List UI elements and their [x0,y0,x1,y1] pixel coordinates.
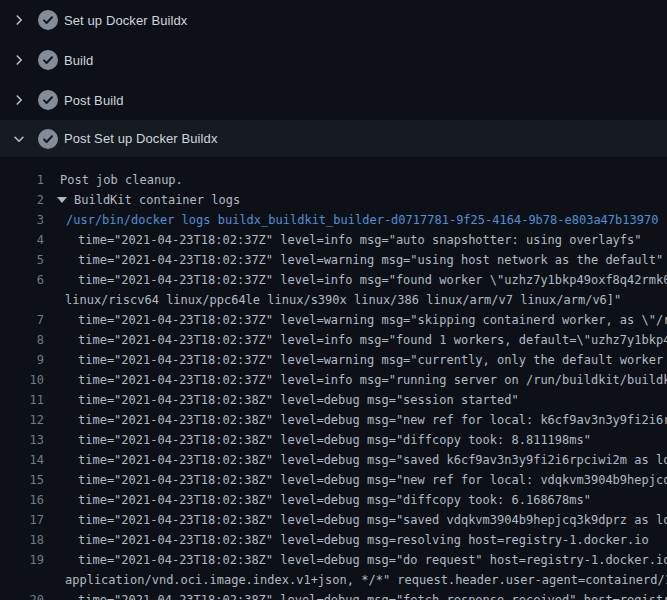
chevron-down-icon [12,132,26,146]
log-text: time="2021-04-23T18:02:38Z" level=debug … [78,550,667,570]
chevron-right-icon [12,53,26,67]
log-line: 1Post job cleanup. [0,170,667,190]
step-header-post-set-up-docker-buildx[interactable]: Post Set up Docker Buildx [0,120,667,157]
check-circle-icon [38,10,58,30]
log-line: 13time="2021-04-23T18:02:38Z" level=debu… [0,430,667,450]
log-area: 1Post job cleanup.2BuildKit container lo… [0,157,667,600]
line-number[interactable]: 7 [0,310,44,330]
steps-list: Set up Docker BuildxBuildPost BuildPost … [0,0,667,157]
log-line: 16time="2021-04-23T18:02:38Z" level=debu… [0,490,667,510]
line-number[interactable]: 2 [0,190,44,210]
log-line: 6time="2021-04-23T18:02:37Z" level=info … [0,270,667,290]
log-line: 20time="2021-04-23T18:02:38Z" level=debu… [0,590,667,600]
log-line: linux/riscv64 linux/ppc64le linux/s390x … [0,290,667,310]
log-line: application/vnd.oci.image.index.v1+json,… [0,570,667,590]
step-label: Set up Docker Buildx [64,14,187,27]
actions-log-viewer: Set up Docker BuildxBuildPost BuildPost … [0,0,667,600]
line-number[interactable]: 1 [0,170,44,190]
log-text: time="2021-04-23T18:02:38Z" level=debug … [78,450,667,470]
line-number[interactable]: 14 [0,450,44,470]
line-number [0,290,44,310]
log-text: application/vnd.oci.image.index.v1+json,… [65,570,667,590]
step-header-set-up-docker-buildx[interactable]: Set up Docker Buildx [0,0,667,40]
line-number[interactable]: 17 [0,510,44,530]
log-text: time="2021-04-23T18:02:38Z" level=debug … [78,510,667,530]
log-text: time="2021-04-23T18:02:38Z" level=debug … [78,590,667,600]
step-header-post-build[interactable]: Post Build [0,80,667,120]
step-label: Post Set up Docker Buildx [64,132,218,145]
check-circle-icon [38,90,58,110]
log-text: time="2021-04-23T18:02:38Z" level=debug … [78,530,649,550]
log-line: 10time="2021-04-23T18:02:37Z" level=info… [0,370,667,390]
log-line: 17time="2021-04-23T18:02:38Z" level=debu… [0,510,667,530]
chevron-right-icon [12,93,26,107]
line-number[interactable]: 16 [0,490,44,510]
line-number [0,570,44,590]
step-header-build[interactable]: Build [0,40,667,80]
check-circle-icon [38,50,58,70]
log-text: time="2021-04-23T18:02:37Z" level=warnin… [78,310,667,330]
step-label: Build [64,54,93,67]
line-number[interactable]: 4 [0,230,44,250]
line-number[interactable]: 3 [0,210,44,230]
log-text: time="2021-04-23T18:02:38Z" level=debug … [78,430,591,450]
log-line: 11time="2021-04-23T18:02:38Z" level=debu… [0,390,667,410]
log-line: 12time="2021-04-23T18:02:38Z" level=debu… [0,410,667,430]
log-text: time="2021-04-23T18:02:37Z" level=info m… [78,330,667,350]
log-line: 3/usr/bin/docker logs buildx_buildkit_bu… [0,210,667,230]
log-text: time="2021-04-23T18:02:37Z" level=info m… [78,230,642,250]
log-line: 2BuildKit container logs [0,190,667,210]
log-line: 15time="2021-04-23T18:02:38Z" level=debu… [0,470,667,490]
log-line: 7time="2021-04-23T18:02:37Z" level=warni… [0,310,667,330]
log-line: 18time="2021-04-23T18:02:38Z" level=debu… [0,530,667,550]
line-number[interactable]: 10 [0,370,44,390]
line-number[interactable]: 15 [0,470,44,490]
log-text: Post job cleanup. [60,170,183,190]
log-text: time="2021-04-23T18:02:37Z" level=info m… [78,370,667,390]
chevron-right-icon [12,13,26,27]
line-number[interactable]: 11 [0,390,44,410]
group-title: BuildKit container logs [74,190,240,210]
log-text: time="2021-04-23T18:02:38Z" level=debug … [78,490,591,510]
triangle-down-icon [57,197,67,203]
check-circle-icon [38,129,58,149]
line-number[interactable]: 8 [0,330,44,350]
log-line: 14time="2021-04-23T18:02:38Z" level=debu… [0,450,667,470]
log-text: time="2021-04-23T18:02:38Z" level=debug … [78,470,667,490]
line-number[interactable]: 18 [0,530,44,550]
log-line: 9time="2021-04-23T18:02:37Z" level=warni… [0,350,667,370]
line-number[interactable]: 12 [0,410,44,430]
line-number[interactable]: 20 [0,590,44,600]
log-line: 4time="2021-04-23T18:02:37Z" level=info … [0,230,667,250]
log-text: time="2021-04-23T18:02:37Z" level=warnin… [78,350,667,370]
line-number[interactable]: 9 [0,350,44,370]
log-text: linux/riscv64 linux/ppc64le linux/s390x … [65,290,621,310]
log-text: time="2021-04-23T18:02:37Z" level=info m… [78,270,667,290]
log-text: time="2021-04-23T18:02:38Z" level=debug … [78,410,667,430]
log-text: time="2021-04-23T18:02:37Z" level=warnin… [78,250,663,270]
log-group-header[interactable]: BuildKit container logs [57,190,240,210]
log-line: 5time="2021-04-23T18:02:37Z" level=warni… [0,250,667,270]
step-label: Post Build [64,94,124,107]
log-line: 19time="2021-04-23T18:02:38Z" level=debu… [0,550,667,570]
log-text: time="2021-04-23T18:02:38Z" level=debug … [78,390,519,410]
line-number[interactable]: 13 [0,430,44,450]
log-line: 8time="2021-04-23T18:02:37Z" level=info … [0,330,667,350]
line-number[interactable]: 19 [0,550,44,570]
line-number[interactable]: 6 [0,270,44,290]
log-command: /usr/bin/docker logs buildx_buildkit_bui… [66,210,658,230]
line-number[interactable]: 5 [0,250,44,270]
